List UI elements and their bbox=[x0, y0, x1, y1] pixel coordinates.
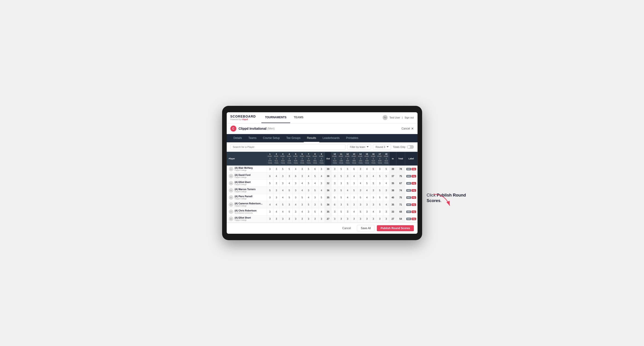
score-hole-8[interactable]: 3 bbox=[312, 201, 318, 208]
score-hole-8[interactable]: 5 bbox=[312, 173, 318, 180]
score-hole-18[interactable]: 6 bbox=[383, 194, 390, 201]
score-hole-18[interactable]: 4 bbox=[383, 201, 390, 208]
wd-badge[interactable]: WD bbox=[406, 182, 411, 184]
score-hole-6[interactable]: 3 bbox=[299, 201, 305, 208]
score-hole-11[interactable]: 5 bbox=[338, 187, 344, 194]
score-hole-16[interactable]: 4 bbox=[370, 173, 376, 180]
score-hole-2[interactable]: 4 bbox=[273, 201, 280, 208]
score-hole-9[interactable]: 3 bbox=[318, 215, 325, 222]
score-hole-16[interactable]: 3 bbox=[370, 201, 376, 208]
score-hole-3[interactable]: 4 bbox=[280, 208, 286, 215]
score-hole-13[interactable]: 3 bbox=[351, 180, 357, 187]
score-hole-13[interactable]: 6 bbox=[351, 166, 357, 173]
score-hole-6[interactable]: 4 bbox=[299, 208, 305, 215]
score-hole-5[interactable]: 4 bbox=[292, 166, 299, 173]
score-hole-10[interactable]: 3 bbox=[332, 187, 338, 194]
score-hole-7[interactable]: 4 bbox=[305, 173, 312, 180]
score-hole-9[interactable]: 4 bbox=[318, 187, 325, 194]
score-hole-2[interactable]: 3 bbox=[273, 215, 280, 222]
score-hole-8[interactable]: 5 bbox=[312, 208, 318, 215]
dq-badge[interactable]: DQ bbox=[412, 210, 416, 213]
totals-only-toggle[interactable]: Totals Only bbox=[393, 145, 414, 149]
wd-badge[interactable]: WD bbox=[406, 189, 411, 192]
score-hole-13[interactable]: 3 bbox=[351, 194, 357, 201]
score-hole-11[interactable]: 5 bbox=[338, 173, 344, 180]
score-hole-15[interactable]: 4 bbox=[364, 194, 370, 201]
score-hole-4[interactable]: 5 bbox=[286, 194, 292, 201]
tab-printables[interactable]: Printables bbox=[343, 134, 362, 142]
score-hole-14[interactable]: 4 bbox=[357, 180, 364, 187]
score-hole-6[interactable]: 3 bbox=[299, 173, 305, 180]
score-hole-4[interactable]: 3 bbox=[286, 215, 292, 222]
score-hole-5[interactable]: 4 bbox=[292, 201, 299, 208]
score-hole-16[interactable]: 3 bbox=[370, 194, 376, 201]
score-hole-18[interactable]: 4 bbox=[383, 180, 390, 187]
score-hole-11[interactable]: 3 bbox=[338, 201, 344, 208]
sign-out-link[interactable]: Sign out bbox=[404, 116, 414, 119]
score-hole-5[interactable]: 3 bbox=[292, 208, 299, 215]
score-hole-17[interactable]: 5 bbox=[376, 173, 383, 180]
score-hole-2[interactable]: 3 bbox=[273, 194, 280, 201]
score-hole-12[interactable]: 5 bbox=[344, 166, 351, 173]
score-hole-10[interactable]: 3 bbox=[332, 173, 338, 180]
score-hole-6[interactable]: 4 bbox=[299, 180, 305, 187]
score-hole-13[interactable]: 3 bbox=[351, 201, 357, 208]
score-hole-9[interactable]: 4 bbox=[318, 208, 325, 215]
search-input[interactable] bbox=[230, 144, 346, 150]
score-hole-1[interactable]: 6 bbox=[267, 173, 273, 180]
score-hole-15[interactable]: 3 bbox=[364, 215, 370, 222]
dq-badge[interactable]: DQ bbox=[412, 218, 416, 220]
score-hole-7[interactable]: 3 bbox=[305, 215, 312, 222]
score-hole-11[interactable]: 5 bbox=[338, 194, 344, 201]
score-hole-10[interactable]: 5 bbox=[332, 194, 338, 201]
dq-badge[interactable]: DQ bbox=[412, 203, 416, 206]
publish-round-scores-button[interactable]: Publish Round Scores bbox=[377, 225, 414, 231]
cancel-tournament-btn[interactable]: Cancel ✕ bbox=[402, 127, 414, 130]
score-hole-5[interactable]: 3 bbox=[292, 215, 299, 222]
tab-details[interactable]: Details bbox=[230, 134, 245, 142]
score-hole-1[interactable]: 5 bbox=[267, 187, 273, 194]
score-hole-17[interactable]: 5 bbox=[376, 201, 383, 208]
score-hole-3[interactable]: 3 bbox=[280, 215, 286, 222]
score-hole-12[interactable]: 3 bbox=[344, 215, 351, 222]
dq-badge[interactable]: DQ bbox=[412, 189, 416, 192]
score-hole-15[interactable]: 3 bbox=[364, 173, 370, 180]
score-hole-7[interactable]: 3 bbox=[305, 208, 312, 215]
score-hole-17[interactable]: 3 bbox=[376, 166, 383, 173]
score-hole-3[interactable]: 3 bbox=[280, 180, 286, 187]
score-hole-16[interactable]: 4 bbox=[370, 208, 376, 215]
score-hole-1[interactable]: 5 bbox=[267, 180, 273, 187]
score-hole-14[interactable]: 3 bbox=[357, 201, 364, 208]
nav-tournaments[interactable]: TOURNAMENTS bbox=[262, 112, 290, 123]
score-hole-11[interactable]: 3 bbox=[338, 215, 344, 222]
score-hole-9[interactable]: 3 bbox=[318, 180, 325, 187]
score-hole-13[interactable]: 5 bbox=[351, 187, 357, 194]
save-all-button[interactable]: Save All bbox=[357, 225, 374, 231]
dq-badge[interactable]: DQ bbox=[412, 182, 416, 184]
score-hole-15[interactable]: 4 bbox=[364, 187, 370, 194]
score-hole-4[interactable]: 3 bbox=[286, 201, 292, 208]
score-hole-18[interactable]: 3 bbox=[383, 187, 390, 194]
score-hole-4[interactable]: 5 bbox=[286, 166, 292, 173]
dq-badge[interactable]: DQ bbox=[412, 175, 416, 177]
score-hole-1[interactable]: 3 bbox=[267, 194, 273, 201]
score-hole-2[interactable]: 4 bbox=[273, 173, 280, 180]
score-hole-10[interactable]: 3 bbox=[332, 208, 338, 215]
toggle-switch[interactable] bbox=[407, 145, 414, 149]
wd-badge[interactable]: WD bbox=[406, 218, 411, 220]
score-hole-6[interactable]: 3 bbox=[299, 215, 305, 222]
score-hole-12[interactable]: 4 bbox=[344, 194, 351, 201]
score-hole-16[interactable]: 5 bbox=[370, 166, 376, 173]
score-hole-6[interactable]: 5 bbox=[299, 194, 305, 201]
score-hole-14[interactable]: 5 bbox=[357, 194, 364, 201]
score-hole-5[interactable]: 3 bbox=[292, 180, 299, 187]
score-hole-12[interactable]: 5 bbox=[344, 180, 351, 187]
score-hole-17[interactable]: 5 bbox=[376, 194, 383, 201]
score-hole-18[interactable]: 3 bbox=[383, 208, 390, 215]
score-hole-12[interactable]: 3 bbox=[344, 173, 351, 180]
score-hole-11[interactable]: 5 bbox=[338, 208, 344, 215]
tab-tee-groups[interactable]: Tee Groups bbox=[283, 134, 304, 142]
score-hole-16[interactable]: 3 bbox=[370, 187, 376, 194]
score-hole-13[interactable]: 4 bbox=[351, 173, 357, 180]
score-hole-7[interactable]: 4 bbox=[305, 194, 312, 201]
